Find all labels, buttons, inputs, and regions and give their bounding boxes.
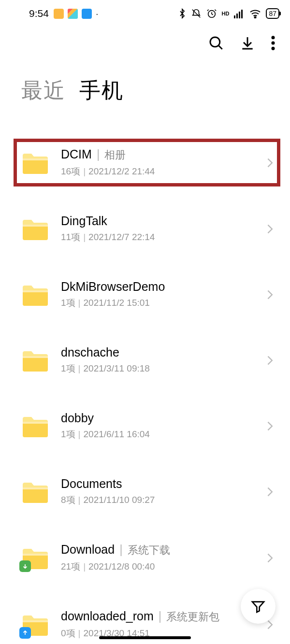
folder-item[interactable]: Documents8项|2021/11/10 09:27 — [0, 470, 290, 513]
folder-date: 2021/12/7 22:14 — [88, 232, 155, 242]
mute-icon — [191, 8, 202, 19]
folder-count: 16项 — [61, 166, 80, 176]
folder-list: DCIM|相册16项|2021/12/2 21:44DingTalk11项|20… — [0, 116, 290, 644]
folder-meta: 1项|2021/11/2 15:01 — [61, 297, 266, 309]
separator: | — [159, 609, 162, 623]
folder-count: 1项 — [61, 429, 75, 439]
folder-count: 1项 — [61, 298, 75, 308]
folder-tag: 系统下载 — [128, 543, 170, 558]
folder-date: 2021/11/10 09:27 — [84, 495, 155, 505]
folder-content: dobby1项|2021/6/11 16:04 — [49, 411, 266, 441]
folder-title-row: Download|系统下载 — [61, 543, 266, 558]
folder-content: DingTalk11项|2021/12/7 22:14 — [49, 214, 266, 243]
folder-icon — [21, 348, 49, 372]
folder-icon — [21, 546, 49, 570]
folder-meta: 21项|2021/12/8 00:40 — [61, 560, 266, 573]
signal-icon — [234, 9, 245, 18]
app-icon-3 — [82, 9, 92, 19]
status-bar: 9:54 · HD 87 — [0, 0, 290, 23]
folder-count: 21项 — [61, 561, 80, 572]
folder-tag: 系统更新包 — [166, 610, 219, 624]
svg-point-7 — [271, 36, 275, 39]
folder-icon — [21, 151, 49, 175]
status-right: HD 87 — [178, 8, 279, 19]
folder-item[interactable]: DCIM|相册16项|2021/12/2 21:44 — [0, 141, 290, 185]
more-menu-button[interactable] — [271, 35, 276, 53]
folder-name: Download — [61, 543, 115, 557]
folder-content: DCIM|相册16项|2021/12/2 21:44 — [49, 147, 266, 178]
folder-name: Documents — [61, 477, 122, 491]
tab-recent[interactable]: 最近 — [21, 76, 66, 105]
tabs: 最近 手机 — [0, 53, 290, 116]
folder-icon — [21, 414, 49, 438]
battery-level: 87 — [269, 10, 276, 17]
alarm-icon — [206, 8, 217, 19]
separator: | — [78, 363, 81, 373]
folder-title-row: Documents — [61, 477, 266, 491]
folder-content: Documents8项|2021/11/10 09:27 — [49, 477, 266, 506]
folder-title-row: DingTalk — [61, 214, 266, 228]
folder-name: dobby — [61, 411, 94, 425]
separator: | — [97, 147, 100, 161]
folder-icon — [21, 613, 49, 637]
svg-rect-4 — [241, 10, 243, 18]
folder-item[interactable]: dobby1项|2021/6/11 16:04 — [0, 404, 290, 447]
folder-count: 1项 — [61, 363, 75, 373]
separator: | — [83, 166, 86, 176]
folder-name: dnschache — [61, 345, 119, 359]
svg-point-8 — [271, 41, 275, 44]
app-icon-1 — [54, 9, 64, 19]
toolbar — [0, 23, 290, 53]
svg-rect-2 — [236, 14, 238, 18]
folder-item[interactable]: dnschache1项|2021/3/11 09:18 — [0, 339, 290, 382]
folder-tag: 相册 — [104, 148, 126, 162]
folder-meta: 1项|2021/3/11 09:18 — [61, 362, 266, 375]
separator: | — [83, 232, 86, 242]
folder-count: 8项 — [61, 495, 75, 505]
folder-icon — [21, 480, 49, 504]
folder-icon — [21, 217, 49, 241]
separator: | — [78, 298, 81, 308]
download-button[interactable] — [240, 35, 255, 53]
folder-item[interactable]: DingTalk11项|2021/12/7 22:14 — [0, 207, 290, 250]
tab-phone[interactable]: 手机 — [79, 76, 124, 105]
separator: | — [78, 495, 81, 505]
folder-item[interactable]: DkMiBrowserDemo1项|2021/11/2 15:01 — [0, 273, 290, 316]
svg-rect-1 — [234, 15, 235, 18]
folder-date: 2021/12/2 21:44 — [88, 166, 155, 176]
folder-title-row: DkMiBrowserDemo — [61, 280, 266, 294]
folder-icon — [21, 283, 49, 307]
battery-icon: 87 — [266, 8, 279, 19]
folder-date: 2021/3/11 09:18 — [84, 363, 150, 373]
folder-name: downloaded_rom — [61, 609, 154, 623]
folder-item[interactable]: Download|系统下载21项|2021/12/8 00:40 — [0, 536, 290, 580]
folder-content: downloaded_rom|系统更新包0项|2021/3/30 14:51 — [49, 609, 266, 640]
separator: | — [83, 561, 86, 572]
folder-title-row: DCIM|相册 — [61, 147, 266, 162]
bluetooth-icon — [178, 8, 186, 19]
separator: | — [78, 429, 81, 439]
folder-count: 0项 — [61, 628, 75, 638]
folder-date: 2021/6/11 16:04 — [84, 429, 150, 439]
status-left: 9:54 · — [29, 8, 98, 19]
svg-point-9 — [271, 47, 275, 50]
wifi-icon — [249, 9, 261, 18]
folder-name: DingTalk — [61, 214, 107, 228]
folder-title-row: dobby — [61, 411, 266, 425]
separator: | — [78, 628, 81, 638]
folder-meta: 16项|2021/12/2 21:44 — [61, 165, 266, 178]
folder-name: DCIM — [61, 147, 92, 161]
folder-name: DkMiBrowserDemo — [61, 280, 165, 294]
folder-date: 2021/12/8 00:40 — [88, 561, 155, 572]
folder-title-row: dnschache — [61, 345, 266, 359]
folder-meta: 11项|2021/12/7 22:14 — [61, 231, 266, 243]
filter-button[interactable] — [241, 589, 276, 624]
search-button[interactable] — [208, 35, 224, 53]
status-more-dot: · — [96, 8, 99, 19]
folder-meta: 8项|2021/11/10 09:27 — [61, 494, 266, 506]
home-indicator[interactable] — [99, 636, 191, 639]
folder-content: Download|系统下载21项|2021/12/8 00:40 — [49, 543, 266, 573]
folder-content: DkMiBrowserDemo1项|2021/11/2 15:01 — [49, 280, 266, 309]
folder-title-row: downloaded_rom|系统更新包 — [61, 609, 266, 624]
app-icon-2 — [68, 9, 78, 19]
